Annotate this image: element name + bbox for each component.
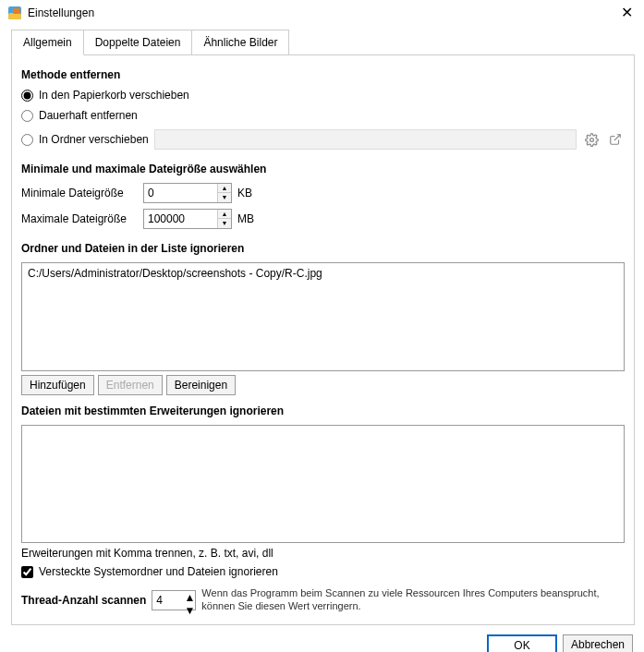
radio-move-folder-label: In Ordner verschieben — [39, 133, 149, 146]
size-section-title: Minimale und maximale Dateigröße auswähl… — [21, 163, 625, 175]
min-size-label: Minimale Dateigröße — [21, 187, 138, 199]
thread-count-input[interactable] — [152, 591, 184, 610]
gear-icon[interactable] — [582, 130, 601, 149]
ignore-section-title: Ordner und Dateien in der Liste ignorier… — [21, 242, 625, 255]
max-size-input[interactable] — [144, 210, 217, 228]
radio-permanent[interactable]: Dauerhaft entfernen — [21, 109, 625, 122]
radio-permanent-input[interactable] — [21, 110, 33, 122]
min-size-input[interactable] — [144, 184, 217, 202]
radio-recycle-input[interactable] — [21, 90, 33, 102]
svg-point-3 — [589, 138, 593, 141]
min-size-down[interactable]: ▼ — [218, 193, 231, 202]
tab-duplicates[interactable]: Doppelte Dateien — [83, 30, 193, 55]
thread-count-hint: Wenn das Programm beim Scannen zu viele … — [201, 587, 625, 613]
add-button[interactable]: Hinzufügen — [21, 375, 94, 395]
ext-section-title: Dateien mit bestimmten Erweiterungen ign… — [21, 404, 625, 417]
thread-up[interactable]: ▲ — [184, 591, 195, 604]
remove-method-title: Methode entfernen — [21, 68, 625, 81]
hidden-files-label: Versteckte Systemordner und Dateien igno… — [39, 565, 278, 578]
max-size-unit: MB — [237, 212, 254, 225]
thread-count-label: Thread-Anzahl scannen — [21, 594, 146, 607]
thread-count-spinner[interactable]: ▲▼ — [152, 590, 196, 610]
cancel-button[interactable]: Abbrechen — [563, 634, 633, 653]
svg-rect-2 — [13, 8, 20, 14]
tab-similar[interactable]: Ähnliche Bilder — [191, 30, 289, 55]
hidden-files-checkbox[interactable] — [21, 566, 33, 578]
ignore-listbox[interactable]: C:/Users/Administrator/Desktop/screensho… — [21, 262, 625, 371]
titlebar: Einstellungen ✕ — [0, 0, 644, 24]
thread-down[interactable]: ▼ — [184, 604, 195, 617]
open-external-icon[interactable] — [606, 130, 625, 149]
window-title: Einstellungen — [28, 6, 94, 19]
app-icon — [7, 6, 22, 20]
max-size-spinner[interactable]: ▲▼ — [143, 209, 232, 229]
radio-recycle-label: In den Papierkorb verschieben — [39, 89, 189, 102]
ok-button[interactable]: OK — [487, 634, 557, 653]
cleanup-button[interactable]: Bereinigen — [166, 375, 236, 395]
ext-listbox[interactable] — [21, 425, 625, 543]
tab-general[interactable]: Allgemein — [11, 30, 84, 55]
radio-move-folder[interactable]: In Ordner verschieben — [21, 133, 149, 146]
min-size-spinner[interactable]: ▲▼ — [143, 183, 232, 203]
svg-line-4 — [614, 135, 620, 140]
radio-move-folder-input[interactable] — [21, 134, 33, 146]
hidden-files-checkbox-row[interactable]: Versteckte Systemordner und Dateien igno… — [21, 565, 625, 578]
remove-button: Entfernen — [98, 375, 163, 395]
close-button[interactable]: ✕ — [617, 6, 637, 20]
tab-panel-general: Methode entfernen In den Papierkorb vers… — [11, 54, 635, 625]
min-size-unit: KB — [237, 187, 252, 199]
max-size-label: Maximale Dateigröße — [21, 212, 138, 225]
max-size-down[interactable]: ▼ — [218, 219, 231, 228]
svg-rect-1 — [8, 13, 21, 19]
dialog-footer: OK Abbrechen — [0, 625, 644, 653]
radio-permanent-label: Dauerhaft entfernen — [39, 109, 138, 122]
min-size-up[interactable]: ▲ — [218, 184, 231, 193]
tabs: Allgemein Doppelte Dateien Ähnliche Bild… — [11, 30, 635, 55]
ext-hint: Erweiterungen mit Komma trennen, z. B. t… — [21, 547, 625, 560]
move-folder-path-input[interactable] — [154, 129, 577, 150]
ignore-list-item[interactable]: C:/Users/Administrator/Desktop/screensho… — [28, 267, 618, 280]
radio-recycle[interactable]: In den Papierkorb verschieben — [21, 89, 625, 102]
max-size-up[interactable]: ▲ — [218, 210, 231, 219]
